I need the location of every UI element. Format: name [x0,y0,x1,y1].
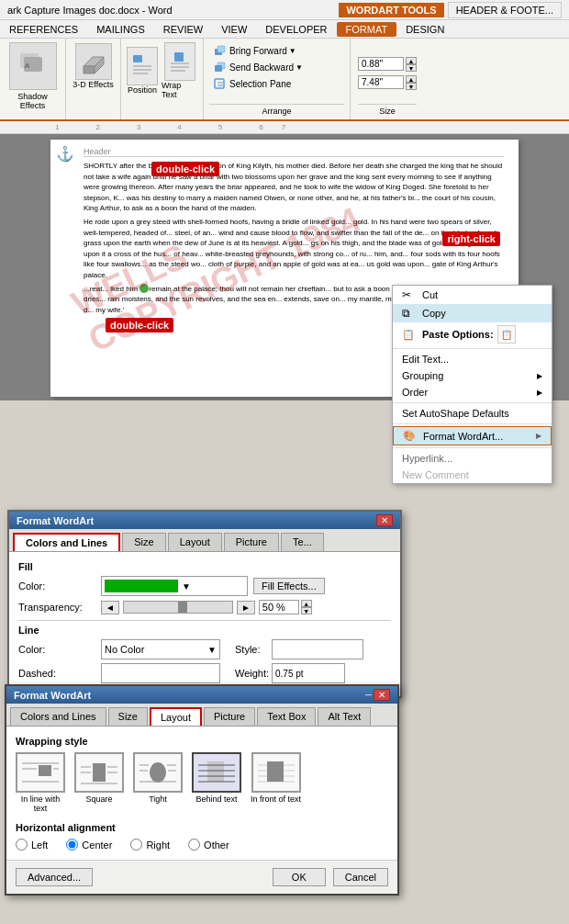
document-text-1: SHORTLY after the birth of Kuhuch, the s… [84,161,504,214]
no-color-label: No Color [105,644,207,655]
wrap-infront[interactable]: In front of text [251,752,301,813]
ctx-cut[interactable]: ✂ Cut [393,286,552,304]
dialog2-tab-alttext[interactable]: Alt Text [318,707,371,726]
header-foote-tab[interactable]: HEADER & FOOTE... [448,2,562,18]
fill-color-dropdown-arrow[interactable]: ▼ [182,581,191,592]
ctx-paste-options[interactable]: 📋 Paste Options: 📋 [393,322,552,346]
align-right-label[interactable]: Right [130,839,170,851]
tab-mailings[interactable]: MAILINGS [87,22,154,37]
transparency-down[interactable]: ▼ [301,607,312,614]
tab-developer[interactable]: DEVELOPER [256,22,336,37]
svg-rect-26 [93,763,106,782]
wrap-behind[interactable]: Behind text [192,752,241,813]
transparency-left-button[interactable]: ◄ [101,601,119,614]
dialog1-close-button[interactable]: ✕ [376,514,393,526]
wrap-square-icon [74,752,124,793]
dialog2-tab-textbox[interactable]: Text Box [257,707,316,726]
align-center-label[interactable]: Center [66,839,112,851]
selection-pane-button[interactable]: Selection Pane [209,75,344,92]
wordart-tools-tab[interactable]: WORDART TOOLS [339,3,443,17]
wrap-inline[interactable]: In line with text [16,752,65,813]
shadow-effects-button[interactable]: A [9,42,57,90]
cancel-button[interactable]: Cancel [333,868,388,886]
bring-forward-button[interactable]: Bring Forward ▼ [209,42,344,59]
width-down-button[interactable]: ▼ [406,83,417,90]
tab-references[interactable]: REFERENCES [0,22,87,37]
dialog1-tab-te[interactable]: Te... [281,533,324,551]
dialog1-tab-colors-lines[interactable]: Colors and Lines [13,533,120,551]
wrapping-style-label: Wrapping style [16,736,388,747]
transparency-right-button[interactable]: ► [237,601,255,614]
format-wordart-icon: 🎨 [403,430,419,442]
tab-review[interactable]: REVIEW [154,22,212,37]
weight-label: Weight: [235,668,272,679]
ctx-order[interactable]: Order ▶ [393,384,552,400]
paste-clipboard-icon[interactable]: 📋 [497,325,516,344]
advanced-button[interactable]: Advanced... [16,868,93,886]
dialog1-window-controls: ✕ [376,514,393,526]
height-down-button[interactable]: ▼ [406,64,417,72]
position-button[interactable]: Position [127,47,158,95]
ctx-hyperlink[interactable]: Hyperlink... [393,450,552,467]
dialog2-tab-layout[interactable]: Layout [150,707,202,726]
size-height-input[interactable] [358,57,404,71]
wrap-inline-icon [16,752,65,793]
arrange-label: Arrange [209,104,344,116]
dialog2-tab-picture[interactable]: Picture [204,707,255,726]
tab-format[interactable]: FORMAT [337,22,397,37]
tab-view[interactable]: VIEW [212,22,256,37]
ctx-set-autoshape[interactable]: Set AutoShape Defaults [393,405,552,422]
width-up-button[interactable]: ▲ [406,75,417,83]
format-wordart-arrow: ▶ [536,432,541,440]
dialog2-close-button[interactable]: ✕ [374,689,390,701]
ctx-new-comment[interactable]: New Comment [393,467,552,483]
threed-effects-button[interactable]: 3-D Effects [72,42,116,90]
transparency-slider[interactable] [123,601,233,614]
align-left-label[interactable]: Left [16,839,48,851]
style-dropdown[interactable] [272,639,363,659]
bring-forward-arrow[interactable]: ▼ [289,47,296,55]
dashed-dropdown[interactable] [101,663,220,683]
line-color-arrow[interactable]: ▼ [207,645,217,655]
dialog1-tab-picture[interactable]: Picture [224,533,279,551]
wrap-infront-icon [251,752,301,793]
send-backward-button[interactable]: Send Backward ▼ [209,59,344,75]
svg-point-32 [150,762,166,783]
weight-input[interactable]: 0.75 pt [272,663,345,683]
svg-rect-38 [207,761,224,782]
wrap-behind-icon [192,752,241,793]
transparency-input[interactable] [259,600,299,614]
align-other-radio[interactable] [188,839,200,851]
wrap-tight[interactable]: Tight [133,752,183,813]
ctx-edit-text[interactable]: Edit Text... [393,351,552,367]
dialog2-tab-size[interactable]: Size [108,707,148,726]
size-width-input[interactable] [358,75,404,89]
tab-design[interactable]: DESIGN [396,22,453,37]
height-up-button[interactable]: ▲ [406,57,417,64]
wrap-text-button[interactable]: Wrap Text [162,42,197,99]
svg-rect-17 [215,65,222,72]
ruler: 1234567 [0,121,569,134]
radio-row: Left Center Right Other [16,839,388,851]
dialog1-tab-size[interactable]: Size [122,533,165,551]
line-color-dropdown[interactable]: No Color ▼ [101,639,220,659]
dialog2-tab-colors-lines[interactable]: Colors and Lines [10,707,106,726]
ctx-grouping[interactable]: Grouping ▶ [393,367,552,384]
dialog2-minimize[interactable]: ─ [365,690,372,700]
dialog1-tab-layout[interactable]: Layout [168,533,222,551]
align-other-label[interactable]: Other [188,839,229,851]
wrap-square[interactable]: Square [74,752,124,813]
fill-effects-button[interactable]: Fill Effects... [253,578,325,594]
document-text-2: He rode upon a grey steed with shell-for… [84,217,504,281]
ctx-copy[interactable]: ⧉ Copy [393,304,552,322]
align-center-radio[interactable] [66,839,78,851]
align-right-radio[interactable] [130,839,142,851]
double-click-label-1: double-click [151,162,219,176]
transparency-up[interactable]: ▲ [301,600,312,607]
align-left-radio[interactable] [16,839,28,851]
ok-button[interactable]: OK [273,868,326,886]
fill-color-dropdown[interactable]: ▼ [101,576,248,596]
send-backward-arrow[interactable]: ▼ [296,63,303,72]
dialog2-title: Format WordArt [14,690,91,701]
ctx-format-wordart[interactable]: 🎨 Format WordArt... ▶ [393,426,552,445]
